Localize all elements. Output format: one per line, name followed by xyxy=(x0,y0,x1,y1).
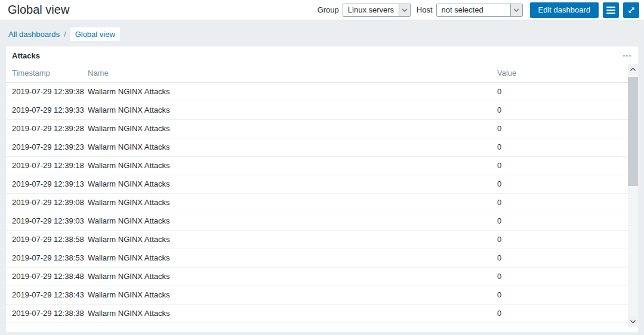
cell-value: 0 xyxy=(497,212,628,230)
table-row: 2019-07-29 12:38:48 Wallarm NGINX Attack… xyxy=(6,267,628,286)
table-row: 2019-07-29 12:39:38 Wallarm NGINX Attack… xyxy=(6,82,628,101)
table-row: 2019-07-29 12:38:43 Wallarm NGINX Attack… xyxy=(6,286,628,304)
cell-timestamp: 2019-07-29 12:38:48 xyxy=(6,267,88,286)
table-row: 2019-07-29 12:38:38 Wallarm NGINX Attack… xyxy=(6,304,628,322)
scrollbar-track[interactable] xyxy=(628,75,638,317)
table-body: 2019-07-29 12:39:38 Wallarm NGINX Attack… xyxy=(6,82,628,322)
widget-header: Attacks xyxy=(6,46,638,64)
cell-timestamp: 2019-07-29 12:39:03 xyxy=(6,212,88,230)
table-row: 2019-07-29 12:39:28 Wallarm NGINX Attack… xyxy=(6,119,628,138)
table-row: 2019-07-29 12:39:03 Wallarm NGINX Attack… xyxy=(6,212,628,230)
hamburger-icon xyxy=(606,5,615,14)
chevron-up-icon xyxy=(630,68,636,71)
cell-name: Wallarm NGINX Attacks xyxy=(88,119,497,138)
cell-name: Wallarm NGINX Attacks xyxy=(88,286,497,304)
table-row: 2019-07-29 12:39:08 Wallarm NGINX Attack… xyxy=(6,193,628,212)
breadcrumb-all-dashboards[interactable]: All dashboards xyxy=(8,30,60,39)
dashboard-menu-button[interactable] xyxy=(603,2,619,18)
cell-value: 0 xyxy=(497,304,628,322)
cell-value: 0 xyxy=(497,138,628,156)
table-row: 2019-07-29 12:38:58 Wallarm NGINX Attack… xyxy=(6,230,628,249)
group-label: Group xyxy=(318,5,339,14)
breadcrumb-global-view[interactable]: Global view xyxy=(70,27,120,41)
cell-value: 0 xyxy=(497,230,628,249)
page-header: Global view Group Linux servers Host not… xyxy=(0,0,644,20)
cell-name: Wallarm NGINX Attacks xyxy=(88,304,497,322)
chevron-down-icon[interactable] xyxy=(510,4,522,16)
expand-arrows-icon xyxy=(627,6,636,14)
group-select[interactable]: Linux servers xyxy=(343,4,411,17)
col-header-name: Name xyxy=(88,64,497,82)
cell-name: Wallarm NGINX Attacks xyxy=(88,175,497,193)
widget-title: Attacks xyxy=(12,51,40,60)
widget-scrollbar[interactable] xyxy=(628,64,638,327)
cell-name: Wallarm NGINX Attacks xyxy=(88,82,497,101)
chevron-down-icon[interactable] xyxy=(399,4,410,16)
attacks-widget: Attacks Timestamp Name Value 2019-07-29 … xyxy=(6,46,638,332)
cell-name: Wallarm NGINX Attacks xyxy=(88,156,497,175)
widget-menu-button[interactable] xyxy=(622,52,632,59)
cell-value: 0 xyxy=(497,101,628,119)
table-header-row: Timestamp Name Value xyxy=(6,64,628,82)
cell-name: Wallarm NGINX Attacks xyxy=(88,230,497,249)
breadcrumb-separator: / xyxy=(64,30,66,39)
cell-timestamp: 2019-07-29 12:39:23 xyxy=(6,138,88,156)
cell-timestamp: 2019-07-29 12:39:18 xyxy=(6,156,88,175)
col-header-timestamp: Timestamp xyxy=(6,64,88,82)
cell-value: 0 xyxy=(497,82,628,101)
attacks-table-wrap: Timestamp Name Value 2019-07-29 12:39:38… xyxy=(6,64,628,327)
cell-timestamp: 2019-07-29 12:38:53 xyxy=(6,249,88,267)
cell-name: Wallarm NGINX Attacks xyxy=(88,138,497,156)
col-header-value: Value xyxy=(497,64,628,82)
edit-dashboard-button[interactable]: Edit dashboard xyxy=(530,2,599,18)
attacks-table: Timestamp Name Value 2019-07-29 12:39:38… xyxy=(6,64,628,323)
cell-timestamp: 2019-07-29 12:38:43 xyxy=(6,286,88,304)
cell-value: 0 xyxy=(497,175,628,193)
breadcrumb: All dashboards / Global view xyxy=(0,20,644,41)
cell-value: 0 xyxy=(497,249,628,267)
group-select-value: Linux servers xyxy=(343,4,399,16)
scroll-down-button[interactable] xyxy=(628,317,638,327)
table-row: 2019-07-29 12:39:18 Wallarm NGINX Attack… xyxy=(6,156,628,175)
cell-timestamp: 2019-07-29 12:39:33 xyxy=(6,101,88,119)
cell-timestamp: 2019-07-29 12:38:58 xyxy=(6,230,88,249)
widget-body: Timestamp Name Value 2019-07-29 12:39:38… xyxy=(6,64,638,327)
cell-name: Wallarm NGINX Attacks xyxy=(88,267,497,286)
cell-timestamp: 2019-07-29 12:39:28 xyxy=(6,119,88,138)
cell-name: Wallarm NGINX Attacks xyxy=(88,249,497,267)
cell-timestamp: 2019-07-29 12:39:08 xyxy=(6,193,88,212)
cell-value: 0 xyxy=(497,267,628,286)
table-row: 2019-07-29 12:39:23 Wallarm NGINX Attack… xyxy=(6,138,628,156)
table-row: 2019-07-29 12:39:13 Wallarm NGINX Attack… xyxy=(6,175,628,193)
cell-value: 0 xyxy=(497,286,628,304)
table-row: 2019-07-29 12:38:53 Wallarm NGINX Attack… xyxy=(6,249,628,267)
host-label: Host xyxy=(417,5,433,14)
cell-value: 0 xyxy=(497,193,628,212)
cell-timestamp: 2019-07-29 12:39:38 xyxy=(6,82,88,101)
cell-name: Wallarm NGINX Attacks xyxy=(88,193,497,212)
cell-value: 0 xyxy=(497,156,628,175)
ellipsis-icon xyxy=(623,55,631,57)
cell-value: 0 xyxy=(497,119,628,138)
page-title: Global view xyxy=(8,3,69,17)
host-select[interactable]: not selected xyxy=(436,4,523,17)
header-controls: Group Linux servers Host not selected Ed… xyxy=(318,2,639,18)
cell-name: Wallarm NGINX Attacks xyxy=(88,101,497,119)
scroll-up-button[interactable] xyxy=(628,64,638,75)
cell-timestamp: 2019-07-29 12:39:13 xyxy=(6,175,88,193)
fullscreen-button[interactable] xyxy=(623,2,639,18)
chevron-down-icon xyxy=(630,320,636,323)
table-row: 2019-07-29 12:39:33 Wallarm NGINX Attack… xyxy=(6,101,628,119)
cell-timestamp: 2019-07-29 12:38:38 xyxy=(6,304,88,322)
host-select-value: not selected xyxy=(437,4,510,16)
scrollbar-thumb[interactable] xyxy=(628,77,638,186)
cell-name: Wallarm NGINX Attacks xyxy=(88,212,497,230)
